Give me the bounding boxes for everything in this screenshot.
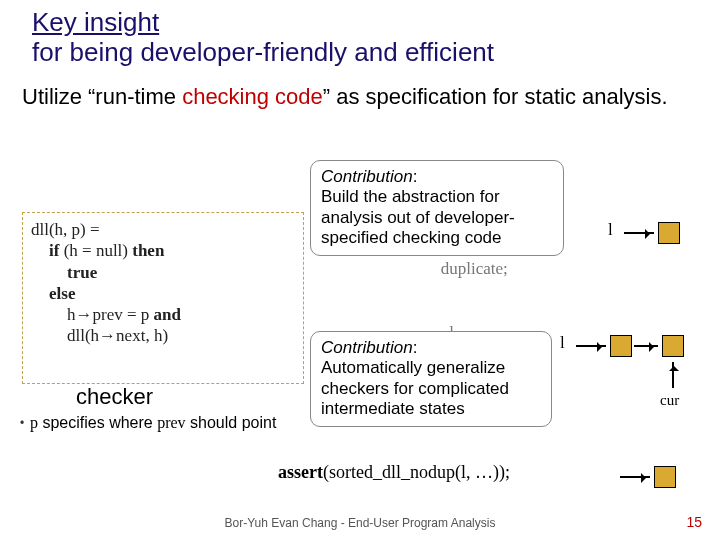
arrow-icon <box>620 476 650 478</box>
checker-line-1: dll(h, p) = <box>31 219 295 240</box>
body-emphasis: checking code <box>182 84 323 109</box>
diagram-label-cur: cur <box>660 392 679 409</box>
bullet-icon: • <box>20 417 24 431</box>
list-node-2b <box>662 335 684 357</box>
checker-line-4: else <box>31 283 295 304</box>
slide-title: Key insight for being developer-friendly… <box>32 8 692 68</box>
checker-label: checker <box>76 384 153 410</box>
callout1-heading: Contribution <box>321 167 413 186</box>
note-var-prev: prev <box>157 414 185 431</box>
callout-contribution-2: Contribution: Automatically generalize c… <box>310 331 552 427</box>
checker-line-6: dll(h→next, h) <box>31 325 295 346</box>
callout-contribution-1: Contribution: Build the abstraction for … <box>310 160 564 256</box>
diagram-label-l-2: l <box>560 333 565 353</box>
callout2-heading: Contribution <box>321 338 413 357</box>
arrow-icon <box>634 345 658 347</box>
checker-line-5: h→prev = p and <box>31 304 295 325</box>
arrow-icon <box>624 232 654 234</box>
assert-line: assert(sorted_dll_nodup(l, …)); <box>278 462 510 483</box>
checker-note: • p specifies where prev should point <box>30 414 280 432</box>
note-var-p: p <box>30 414 38 431</box>
checker-code-box: dll(h, p) = if (h = null) then true else… <box>22 212 304 384</box>
callout1-body: Build the abstraction for analysis out o… <box>321 187 515 247</box>
arrow-up-icon <box>672 362 674 388</box>
footer-text: Bor-Yuh Evan Chang - End-User Program An… <box>0 516 720 530</box>
callout2-body: Automatically generalize checkers for co… <box>321 358 509 418</box>
diagram-label-l-1: l <box>608 220 613 240</box>
body-text: Utilize “run-time checking code” as spec… <box>22 84 702 110</box>
arrow-icon <box>576 345 606 347</box>
title-underlined: Key insight <box>32 7 159 37</box>
assert-args: (sorted_dll_nodup(l, …)); <box>323 462 510 482</box>
page-number: 15 <box>686 514 702 530</box>
title-rest: for being developer-friendly and efficie… <box>32 37 494 67</box>
body-post: ” as specification for static analysis. <box>323 84 668 109</box>
checker-line-3: true <box>31 262 295 283</box>
assert-keyword: assert <box>278 462 323 482</box>
list-node-2a <box>610 335 632 357</box>
body-pre: Utilize “run-time <box>22 84 182 109</box>
list-node-3 <box>654 466 676 488</box>
slide: Key insight for being developer-friendly… <box>0 0 720 540</box>
coder-3: duplicate; <box>360 258 680 280</box>
list-node-1 <box>658 222 680 244</box>
checker-line-2: if (h = null) then <box>31 240 295 261</box>
